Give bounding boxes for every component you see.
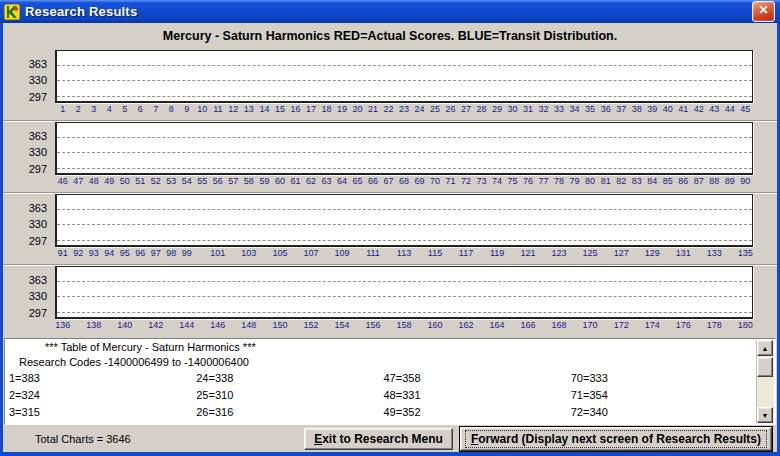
x-axis-tick-label: 94 <box>104 248 114 258</box>
x-axis-tick-label: 123 <box>552 248 567 258</box>
x-axis-tick-label: 15 <box>275 104 285 114</box>
x-axis-tick-label: 84 <box>647 176 657 186</box>
x-axis-tick-label: 37 <box>616 104 626 114</box>
x-axis-tick-label: 82 <box>616 176 626 186</box>
x-axis-tick-label: 86 <box>678 176 688 186</box>
x-axis-tick-label: 99 <box>182 248 192 258</box>
y-axis-tick-label: 363 <box>29 202 47 214</box>
x-axis-tick-label: 70 <box>430 176 440 186</box>
y-axis-tick-label: 363 <box>29 274 47 286</box>
x-axis-tick-label: 75 <box>508 176 518 186</box>
x-axis-tick-label: 146 <box>210 320 225 330</box>
x-axis-tick-label: 35 <box>585 104 595 114</box>
y-axis-tick-label: 330 <box>29 74 47 86</box>
x-axis-tick-label: 113 <box>397 248 411 258</box>
x-axis-tick-label: 29 <box>492 104 502 114</box>
x-axis-tick-label: 12 <box>228 104 238 114</box>
x-axis-tick-label: 23 <box>399 104 409 114</box>
table-column: 1=3832=3243=3154=3225= <box>7 370 194 424</box>
x-axis-tick-label: 53 <box>166 176 176 186</box>
x-axis-tick-label: 95 <box>120 248 130 258</box>
window-title: Research Results <box>25 4 137 19</box>
x-axis-tick-label: 136 <box>55 320 70 330</box>
results-table-area: *** Table of Mercury - Saturn Harmonics … <box>4 338 776 425</box>
table-cell: 48=331 <box>382 387 569 404</box>
client-area: Mercury - Saturn Harmonics RED=Actual Sc… <box>3 23 777 452</box>
x-axis-tick-label: 7 <box>153 104 158 114</box>
table-cell: 73=324 <box>569 421 756 424</box>
table-scrollbar[interactable]: ▲ ▼ <box>756 340 774 423</box>
title-bar[interactable]: Research Results ✕ <box>0 0 780 23</box>
x-axis-tick-label: 59 <box>259 176 269 186</box>
x-axis-tick-label: 56 <box>213 176 223 186</box>
x-axis-tick-label: 148 <box>241 320 256 330</box>
x-axis-tick-label: 61 <box>290 176 300 186</box>
x-axis-tick-label: 44 <box>725 104 735 114</box>
chart-title: Mercury - Saturn Harmonics RED=Actual Sc… <box>3 23 777 47</box>
scroll-down-icon[interactable]: ▼ <box>757 407 773 423</box>
x-axis-tick-label: 154 <box>334 320 349 330</box>
table-column: 24=33825=31026=31627=29728= <box>194 370 381 424</box>
x-axis-tick-label: 8 <box>169 104 174 114</box>
x-axis-tick-label: 67 <box>383 176 393 186</box>
table-grid: 1=3832=3243=3154=3225= 24=33825=31026=31… <box>7 370 756 424</box>
x-axis-tick-label: 71 <box>446 176 456 186</box>
x-axis-tick-label: 76 <box>523 176 533 186</box>
x-axis-tick-label: 48 <box>89 176 99 186</box>
x-axis-tick-label: 90 <box>740 176 750 186</box>
bar-group <box>737 123 779 173</box>
x-axis-tick-label: 111 <box>366 248 380 258</box>
x-axis-tick-label: 98 <box>166 248 176 258</box>
bar-plot <box>55 194 753 247</box>
x-axis-tick-label: 18 <box>321 104 331 114</box>
forward-button[interactable]: Forward (Display next screen of Research… <box>460 427 772 451</box>
x-axis-tick-label: 39 <box>647 104 657 114</box>
harmonic-panel-2: 363330297 464748495051525354555657585960… <box>3 121 777 190</box>
x-axis-tick-label: 9 <box>184 104 189 114</box>
bar-group <box>737 51 779 101</box>
x-axis-tick-label: 1 <box>60 104 65 114</box>
scroll-up-icon[interactable]: ▲ <box>757 340 773 356</box>
bar-plot <box>55 122 753 175</box>
x-axis-tick-label: 62 <box>306 176 316 186</box>
table-cell: 2=324 <box>7 387 194 404</box>
close-icon[interactable]: ✕ <box>752 1 775 22</box>
x-axis-tick-label: 22 <box>383 104 393 114</box>
table-cell: 27=297 <box>194 421 381 424</box>
x-axis-tick-label: 88 <box>709 176 719 186</box>
x-axis-tick-label: 168 <box>552 320 567 330</box>
x-axis-tick-label: 103 <box>241 248 256 258</box>
y-axis-tick-label: 363 <box>29 130 47 142</box>
x-axis-tick-label: 31 <box>523 104 533 114</box>
x-axis-tick-label: 54 <box>182 176 192 186</box>
x-axis-tick-label: 55 <box>197 176 207 186</box>
x-axis-tick-label: 87 <box>694 176 704 186</box>
x-axis-tick-label: 133 <box>707 248 722 258</box>
table-cell: 50=302 <box>382 421 569 424</box>
x-axis-tick-label: 93 <box>89 248 99 258</box>
x-axis-tick-label: 92 <box>73 248 83 258</box>
table-cell: 47=358 <box>382 370 569 387</box>
y-axis-tick-label: 330 <box>29 218 47 230</box>
x-axis-tick-label: 115 <box>428 248 442 258</box>
x-axis-tick-label: 129 <box>645 248 660 258</box>
exit-to-research-menu-button[interactable]: Exit to Research Menu <box>304 428 453 450</box>
scrollbar-thumb[interactable] <box>757 357 773 377</box>
x-axis-tick-label: 46 <box>58 176 68 186</box>
x-axis-tick-label: 117 <box>459 248 473 258</box>
x-axis-labels: 9192939495969798991011031051071091111131… <box>55 248 753 262</box>
app-icon[interactable] <box>4 4 20 20</box>
table-cell: 25=310 <box>194 387 381 404</box>
x-axis-tick-label: 109 <box>334 248 349 258</box>
x-axis-tick-label: 172 <box>614 320 629 330</box>
x-axis-tick-label: 24 <box>414 104 424 114</box>
x-axis-tick-label: 4 <box>107 104 112 114</box>
x-axis-tick-label: 41 <box>678 104 688 114</box>
x-axis-tick-label: 79 <box>570 176 580 186</box>
x-axis-tick-label: 142 <box>148 320 163 330</box>
table-cell: 24=338 <box>194 370 381 387</box>
x-axis-tick-label: 176 <box>676 320 691 330</box>
x-axis-tick-label: 45 <box>740 104 750 114</box>
x-axis-tick-label: 66 <box>368 176 378 186</box>
x-axis-tick-label: 105 <box>272 248 287 258</box>
